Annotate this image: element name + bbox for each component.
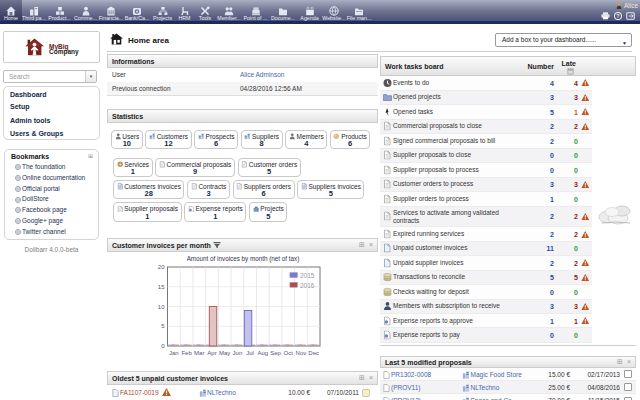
svg-text:Jun: Jun	[233, 349, 243, 355]
svg-text:Jul: Jul	[246, 349, 254, 355]
svg-text:2016: 2016	[300, 281, 315, 288]
svg-text:Nov: Nov	[296, 349, 307, 355]
svg-text:?: ?	[616, 13, 619, 19]
svg-text:5: 5	[161, 323, 165, 329]
svg-text:Oct: Oct	[284, 349, 294, 355]
svg-text:Jan: Jan	[169, 349, 179, 355]
svg-text:May: May	[219, 349, 230, 355]
svg-text:Apr: Apr	[207, 349, 216, 355]
svg-text:Aug: Aug	[257, 349, 268, 355]
svg-text:Sep: Sep	[270, 349, 281, 355]
svg-text:20: 20	[158, 264, 165, 270]
svg-text:2015: 2015	[300, 272, 315, 279]
svg-text:Feb: Feb	[181, 349, 192, 355]
svg-text:Amount of invoices by month (n: Amount of invoices by month (net of tax)	[187, 255, 300, 263]
svg-text:0: 0	[161, 343, 165, 349]
svg-text:15: 15	[158, 283, 165, 289]
svg-text:Mar: Mar	[194, 349, 204, 355]
svg-text:Dec: Dec	[308, 349, 319, 355]
svg-text:10: 10	[158, 303, 165, 309]
